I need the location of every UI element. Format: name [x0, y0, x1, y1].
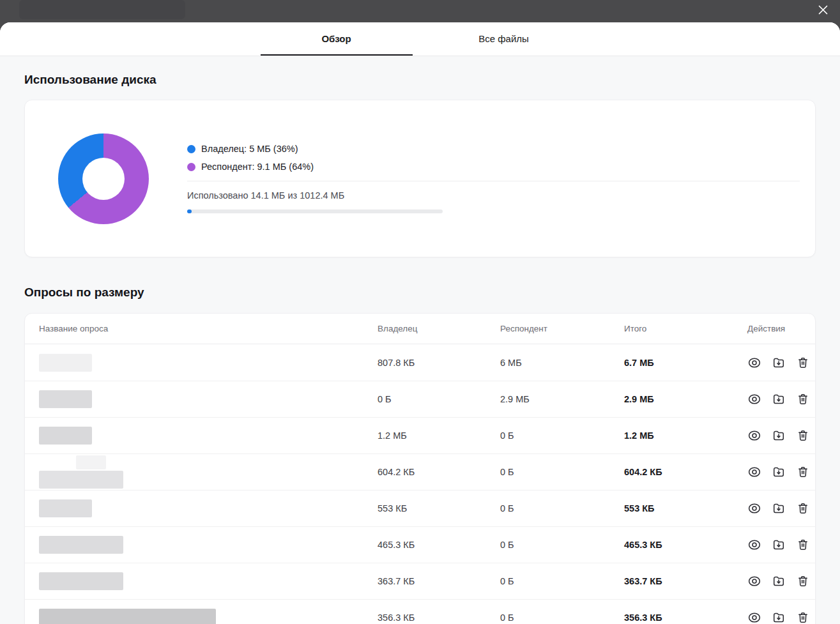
delete-button[interactable]	[796, 356, 810, 370]
redacted-name-block	[39, 390, 92, 408]
survey-name-cell	[39, 499, 378, 517]
respondent-size-value: 0 Б	[500, 503, 624, 514]
trash-icon	[796, 544, 810, 554]
total-size-value: 2.9 МБ	[624, 394, 747, 404]
table-row: 0 Б 2.9 МБ 2.9 МБ	[25, 381, 815, 417]
download-button[interactable]	[772, 538, 786, 552]
delete-button[interactable]	[796, 611, 810, 624]
view-button[interactable]	[747, 574, 761, 588]
disk-usage-details: Владелец: 5 МБ (36%) Респондент: 9.1 МБ …	[187, 144, 800, 213]
view-button[interactable]	[747, 429, 761, 443]
row-actions	[747, 356, 810, 370]
owner-legend-label: Владелец: 5 МБ (36%)	[201, 144, 298, 154]
download-button[interactable]	[772, 392, 786, 406]
tab-all-files[interactable]: Все файлы	[428, 22, 580, 56]
delete-button[interactable]	[796, 574, 810, 588]
respondent-size-value: 0 Б	[500, 467, 624, 477]
redacted-name-block	[39, 572, 123, 590]
view-button[interactable]	[747, 538, 761, 552]
delete-button[interactable]	[796, 392, 810, 406]
disk-usage-modal: Обзор Все файлы Использование диска Влад…	[0, 22, 840, 624]
respondent-size-value: 6 МБ	[500, 358, 624, 368]
respondent-legend-label: Респондент: 9.1 МБ (64%)	[201, 162, 314, 172]
usage-summary-text: Использовано 14.1 МБ из 1012.4 МБ	[187, 190, 800, 201]
respondent-size-value: 2.9 МБ	[500, 394, 624, 404]
close-button[interactable]	[813, 1, 832, 20]
download-button[interactable]	[772, 429, 786, 443]
total-size-value: 356.3 КБ	[624, 613, 747, 623]
survey-name-cell	[39, 536, 378, 554]
download-button[interactable]	[772, 501, 786, 515]
column-header-name: Название опроса	[39, 324, 378, 333]
column-header-actions: Действия	[747, 324, 801, 333]
row-actions	[747, 429, 810, 443]
download-button[interactable]	[772, 574, 786, 588]
disk-usage-donut-chart	[58, 133, 149, 224]
tab-overview[interactable]: Обзор	[261, 22, 413, 56]
respondent-size-value: 0 Б	[500, 540, 624, 550]
download-button[interactable]	[772, 611, 786, 624]
download-button[interactable]	[772, 356, 786, 370]
survey-name-cell	[39, 354, 378, 372]
view-button[interactable]	[747, 501, 761, 515]
table-row: 465.3 КБ 0 Б 465.3 КБ	[25, 526, 815, 563]
row-actions	[747, 538, 810, 552]
disk-usage-card: Владелец: 5 МБ (36%) Респондент: 9.1 МБ …	[24, 100, 816, 257]
respondent-size-value: 0 Б	[500, 576, 624, 586]
delete-button[interactable]	[796, 538, 810, 552]
view-button[interactable]	[747, 356, 761, 370]
owner-size-value: 0 Б	[378, 394, 500, 404]
folder-download-icon	[772, 471, 786, 481]
owner-size-value: 363.7 КБ	[378, 576, 500, 586]
total-size-value: 465.3 КБ	[624, 540, 747, 550]
owner-size-value: 807.8 КБ	[378, 358, 500, 368]
tab-bar: Обзор Все файлы	[0, 22, 840, 56]
owner-size-value: 1.2 МБ	[378, 430, 500, 441]
table-row: 363.7 КБ 0 Б 363.7 КБ	[25, 563, 815, 599]
owner-legend-dot	[187, 145, 195, 153]
folder-download-icon	[772, 544, 786, 554]
eye-icon	[747, 508, 761, 517]
respondent-legend-dot	[187, 163, 195, 171]
respondent-size-value: 0 Б	[500, 430, 624, 441]
divider	[187, 181, 800, 181]
eye-icon	[747, 362, 761, 372]
eye-icon	[747, 399, 761, 408]
view-button[interactable]	[747, 611, 761, 624]
table-row: 356.3 КБ 0 Б 356.3 КБ	[25, 599, 815, 624]
legend-item-respondent: Респондент: 9.1 МБ (64%)	[187, 162, 800, 172]
folder-download-icon	[772, 508, 786, 517]
table-header-row: Название опроса Владелец Респондент Итог…	[25, 314, 815, 344]
owner-size-value: 465.3 КБ	[378, 540, 500, 550]
survey-name-cell	[39, 427, 378, 445]
table-row: 553 КБ 0 Б 553 КБ	[25, 490, 815, 526]
trash-icon	[796, 508, 810, 517]
delete-button[interactable]	[796, 501, 810, 515]
delete-button[interactable]	[796, 429, 810, 443]
download-button[interactable]	[772, 465, 786, 479]
view-button[interactable]	[747, 465, 761, 479]
modal-content: Использование диска Владелец: 5 МБ (36%)…	[0, 56, 840, 624]
redacted-name-block	[39, 499, 92, 517]
background-window-fragment	[19, 0, 185, 19]
survey-name-cell	[39, 390, 378, 408]
table-body: 807.8 КБ 6 МБ 6.7 МБ	[25, 344, 815, 624]
eye-icon	[747, 544, 761, 554]
redacted-name-block	[39, 536, 123, 554]
folder-download-icon	[772, 617, 786, 624]
delete-button[interactable]	[796, 465, 810, 479]
usage-progress-bar	[187, 209, 443, 213]
survey-name-cell	[39, 572, 378, 590]
survey-name-cell	[39, 455, 378, 489]
trash-icon	[796, 617, 810, 624]
legend-item-owner: Владелец: 5 МБ (36%)	[187, 144, 800, 154]
trash-icon	[796, 581, 810, 590]
surveys-by-size-title: Опросы по размеру	[24, 285, 816, 300]
column-header-total: Итого	[624, 324, 747, 333]
close-icon	[818, 4, 829, 17]
view-button[interactable]	[747, 392, 761, 406]
trash-icon	[796, 362, 810, 372]
table-row: 1.2 МБ 0 Б 1.2 МБ	[25, 417, 815, 453]
row-actions	[747, 501, 810, 515]
folder-download-icon	[772, 435, 786, 445]
